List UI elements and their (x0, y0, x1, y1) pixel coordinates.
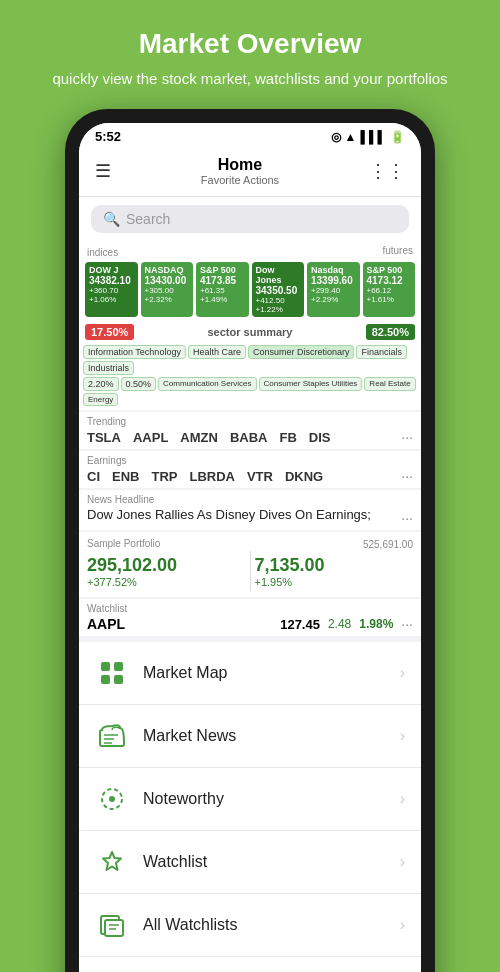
sector-tag-hc[interactable]: Health Care (188, 345, 246, 359)
portfolio-divider (250, 551, 251, 591)
menu-item-noteworthy[interactable]: Noteworthy › (79, 768, 421, 831)
indices-section: indices futures DOW J 34382.10 +360.70 +… (79, 241, 421, 321)
watchlist-ticker[interactable]: AAPL (87, 616, 272, 632)
indices-row: DOW J 34382.10 +360.70 +1.06% NASDAQ 134… (79, 260, 421, 321)
trending-section: Trending TSLA AAPL AMZN BABA FB DIS ··· (79, 412, 421, 449)
earnings-section: Earnings CI ENB TRP LBRDA VTR DKNG ··· (79, 451, 421, 488)
sector-tag-fin[interactable]: Financials (356, 345, 407, 359)
index-card-nasdaq[interactable]: NASDAQ 13430.00 +305.00 +2.32% (141, 262, 194, 317)
index-value: 13399.60 (311, 275, 356, 286)
menu-label-market-map: Market Map (143, 664, 386, 682)
index-value: 34382.10 (89, 275, 134, 286)
index-name: Nasdaq (311, 265, 356, 275)
menu-item-market-map[interactable]: Market Map › (79, 642, 421, 705)
sector-tag-hc-pct[interactable]: 0.50% (121, 377, 157, 391)
index-card-sp500[interactable]: S&P 500 4173.85 +61.35 +1.49% (196, 262, 249, 317)
index-value: 13430.00 (145, 275, 190, 286)
sector-tag-cs[interactable]: Communication Services (158, 377, 256, 391)
status-time: 5:52 (95, 129, 121, 144)
index-change: +360.70 +1.06% (89, 286, 134, 304)
index-name: S&P 500 (200, 265, 245, 275)
ticker-aapl[interactable]: AAPL (133, 430, 168, 445)
portfolio-main: 295,102.00 +377.52% (87, 555, 246, 588)
phone-screen: 5:52 ◎ ▲ ▌▌▌ 🔋 ☰ Home Favorite Actions ⋮… (79, 123, 421, 972)
portfolio-value2: 7,135.00 (255, 555, 414, 576)
ticker-baba[interactable]: BABA (230, 430, 268, 445)
index-card-dowj[interactable]: DOW J 34382.10 +360.70 +1.06% (85, 262, 138, 317)
index-change: +305.00 +2.32% (145, 286, 190, 304)
sector-label: sector summary (138, 326, 361, 338)
ticker-lbrda[interactable]: LBRDA (189, 469, 235, 484)
sector-tag-re[interactable]: Real Estate (364, 377, 415, 391)
wifi-icon: ▲ (345, 130, 357, 144)
menu-item-market-news[interactable]: Market News › (79, 705, 421, 768)
news-section: News Headline Dow Jones Rallies As Disne… (79, 490, 421, 530)
watchlist-section: Watchlist AAPL 127.45 2.48 1.98% ··· (79, 599, 421, 636)
ticker-tsla[interactable]: TSLA (87, 430, 121, 445)
nav-title-sub: Favorite Actions (201, 174, 279, 186)
news-label: News Headline (87, 494, 371, 505)
sector-tag-it-pct[interactable]: 2.20% (83, 377, 119, 391)
sector-tag-it[interactable]: Information Technology (83, 345, 186, 359)
watchlist-pct: 1.98% (359, 617, 393, 631)
search-icon: 🔍 (103, 211, 120, 227)
trending-label: Trending (87, 416, 413, 427)
search-input[interactable]: 🔍 Search (91, 205, 409, 233)
earnings-label: Earnings (87, 455, 413, 466)
status-bar: 5:52 ◎ ▲ ▌▌▌ 🔋 (79, 123, 421, 148)
nav-left-icon[interactable]: ☰ (95, 160, 111, 182)
nav-title-main: Home (201, 156, 279, 174)
portfolio-section: Sample Portfolio 525,691.00 295,102.00 +… (79, 532, 421, 597)
nav-right-icon[interactable]: ⋮⋮ (369, 160, 405, 182)
watchlist-more-icon[interactable]: ··· (401, 616, 413, 632)
svg-rect-2 (101, 675, 110, 684)
ticker-enb[interactable]: ENB (112, 469, 139, 484)
watchlist-label: Watchlist (87, 603, 413, 614)
phone-frame: 5:52 ◎ ▲ ▌▌▌ 🔋 ☰ Home Favorite Actions ⋮… (65, 109, 435, 972)
menu-label-all-watchlists: All Watchlists (143, 916, 386, 934)
ticker-trp[interactable]: TRP (151, 469, 177, 484)
portfolio-change2: +1.95% (255, 576, 414, 588)
menu-item-portfolios[interactable]: Portfolios › (79, 957, 421, 972)
ticker-dis[interactable]: DIS (309, 430, 331, 445)
index-card-dowjones[interactable]: Dow Jones 34350.50 +412.50 +1.22% (252, 262, 305, 317)
index-name: S&P 500 (367, 265, 412, 275)
news-more-icon[interactable]: ··· (401, 494, 413, 526)
menu-item-watchlist[interactable]: Watchlist › (79, 831, 421, 894)
ticker-vtr[interactable]: VTR (247, 469, 273, 484)
ticker-amzn[interactable]: AMZN (180, 430, 218, 445)
sector-tag-cd[interactable]: Consumer Discretionary (248, 345, 355, 359)
menu-label-noteworthy: Noteworthy (143, 790, 386, 808)
svg-point-8 (109, 796, 115, 802)
earnings-more-icon[interactable]: ··· (401, 468, 413, 484)
portfolio-label: Sample Portfolio (87, 538, 160, 549)
index-card-nasdaq2[interactable]: Nasdaq 13399.60 +299.40 +2.29% (307, 262, 360, 317)
menu-item-all-watchlists[interactable]: All Watchlists › (79, 894, 421, 957)
sector-tag-csu[interactable]: Consumer Staples Utilities (259, 377, 363, 391)
portfolio-values: 295,102.00 +377.52% 7,135.00 +1.95% (87, 551, 413, 591)
ticker-fb[interactable]: FB (279, 430, 296, 445)
news-headline[interactable]: Dow Jones Rallies As Disney Dives On Ear… (87, 507, 371, 522)
portfolio-change1: +377.52% (87, 576, 246, 588)
ticker-ci[interactable]: CI (87, 469, 100, 484)
chevron-right-icon: › (400, 790, 405, 808)
index-card-sp5002[interactable]: S&P 500 4173.12 +66.12 +1.61% (363, 262, 416, 317)
portfolio-value1: 295,102.00 (87, 555, 246, 576)
noteworthy-icon (95, 782, 129, 816)
sector-tag-ind[interactable]: Industrials (83, 361, 134, 375)
index-name: NASDAQ (145, 265, 190, 275)
index-value: 4173.12 (367, 275, 412, 286)
portfolio-right-label: 525,691.00 (363, 539, 413, 550)
watchlist-price: 127.45 (280, 617, 320, 632)
svg-rect-0 (101, 662, 110, 671)
trending-more-icon[interactable]: ··· (401, 429, 413, 445)
index-change: +299.40 +2.29% (311, 286, 356, 304)
watchlist-row: AAPL 127.45 2.48 1.98% ··· (87, 616, 413, 632)
svg-rect-1 (114, 662, 123, 671)
sector-tag-en[interactable]: Energy (83, 393, 118, 406)
menu-label-watchlist: Watchlist (143, 853, 386, 871)
ticker-dkng[interactable]: DKNG (285, 469, 323, 484)
futures-label: futures (382, 245, 413, 260)
menu-label-market-news: Market News (143, 727, 386, 745)
earnings-tickers: CI ENB TRP LBRDA VTR DKNG ··· (87, 468, 413, 484)
